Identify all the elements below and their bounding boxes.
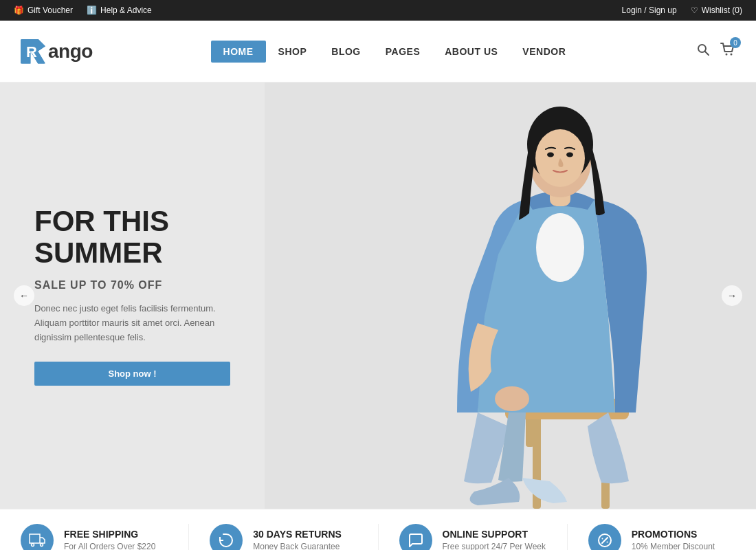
nav-pages[interactable]: PAGES [373, 41, 432, 63]
hero-title: FOR THIS SUMMER [34, 206, 230, 269]
hero-section: FOR THIS SUMMER SALE UP TO 70% OFF Donec… [0, 82, 756, 509]
feature-promotions: PROMOTIONS 10% Member Discount [568, 524, 756, 551]
svg-point-20 [495, 386, 529, 411]
nav-vendor[interactable]: VENDOR [510, 41, 578, 63]
cart-count: 0 [730, 37, 741, 48]
login-link[interactable]: Login / Sign up [622, 6, 677, 15]
svg-point-22 [41, 543, 43, 546]
feature-returns-sub: Money Back Guarantee [253, 542, 342, 550]
hero-arrows: ← → [0, 285, 756, 306]
top-bar-left: 🎁 Gift Voucher ℹ️ Help & Advice [14, 6, 152, 15]
feature-free-shipping-sub: For All Orders Over $220 [64, 542, 155, 550]
returns-icon [210, 524, 243, 551]
feature-support-sub: Free support 24/7 Per Week [443, 542, 546, 550]
hero-next-arrow[interactable]: → [722, 285, 742, 306]
feature-free-shipping: FREE SHIPPING For All Orders Over $220 [0, 524, 189, 551]
header-icons: 0 [696, 43, 735, 60]
svg-point-4 [725, 54, 727, 56]
svg-point-5 [730, 54, 732, 56]
shipping-icon [21, 524, 54, 551]
svg-point-19 [566, 153, 573, 157]
feature-free-shipping-title: FREE SHIPPING [64, 529, 155, 540]
feature-support-title: ONLINE SUPPORT [443, 529, 546, 540]
hero-prev-arrow[interactable]: ← [14, 285, 34, 306]
main-nav: HOME SHOP BLOG PAGES ABOUT US VENDOR [211, 41, 579, 63]
help-advice-label: Help & Advice [100, 6, 152, 15]
help-advice-link[interactable]: ℹ️ Help & Advice [87, 6, 152, 15]
svg-text:R: R [26, 43, 37, 60]
top-bar-right: Login / Sign up ♡ Wishlist (0) [622, 6, 742, 15]
feature-promotions-text: PROMOTIONS 10% Member Discount [632, 529, 715, 550]
wishlist-link[interactable]: ♡ Wishlist (0) [691, 6, 742, 15]
gift-icon: 🎁 [14, 6, 24, 15]
logo[interactable]: R ango [21, 39, 93, 64]
promotions-icon [588, 524, 621, 551]
feature-promotions-title: PROMOTIONS [632, 529, 715, 540]
feature-support-text: ONLINE SUPPORT Free support 24/7 Per Wee… [443, 529, 546, 550]
shop-now-button[interactable]: Shop now ! [34, 362, 230, 386]
feature-promotions-sub: 10% Member Discount [632, 542, 715, 550]
wishlist-label: Wishlist (0) [702, 6, 742, 15]
cart-button[interactable]: 0 [720, 43, 735, 60]
gift-voucher-label: Gift Voucher [27, 6, 73, 15]
svg-line-3 [704, 52, 709, 56]
feature-returns-title: 30 DAYS RETURNS [253, 529, 342, 540]
top-bar: 🎁 Gift Voucher ℹ️ Help & Advice Login / … [0, 0, 756, 21]
search-button[interactable] [696, 43, 710, 60]
svg-point-13 [536, 213, 584, 282]
hero-description: Donec nec justo eget felis facilisis fer… [34, 302, 230, 344]
gift-voucher-link[interactable]: 🎁 Gift Voucher [14, 6, 73, 15]
heart-icon: ♡ [691, 6, 698, 15]
feature-returns-text: 30 DAYS RETURNS Money Back Guarantee [253, 529, 342, 550]
feature-free-shipping-text: FREE SHIPPING For All Orders Over $220 [64, 529, 155, 550]
svg-point-18 [547, 153, 554, 157]
logo-name: ango [48, 41, 93, 63]
nav-home[interactable]: HOME [211, 41, 266, 63]
logo-icon: R [21, 39, 45, 64]
nav-blog[interactable]: BLOG [319, 41, 373, 63]
header: R ango HOME SHOP BLOG PAGES ABOUT US VEN… [0, 21, 756, 82]
help-icon: ℹ️ [87, 6, 97, 15]
login-label: Login / Sign up [622, 6, 677, 15]
feature-online-support: ONLINE SUPPORT Free support 24/7 Per Wee… [379, 524, 568, 551]
feature-bar: FREE SHIPPING For All Orders Over $220 3… [0, 509, 756, 550]
svg-point-21 [32, 543, 34, 546]
nav-about-us[interactable]: ABOUT US [432, 41, 510, 63]
nav-shop[interactable]: SHOP [266, 41, 320, 63]
feature-30-days-returns: 30 DAYS RETURNS Money Back Guarantee [189, 524, 378, 551]
support-icon [399, 524, 432, 551]
